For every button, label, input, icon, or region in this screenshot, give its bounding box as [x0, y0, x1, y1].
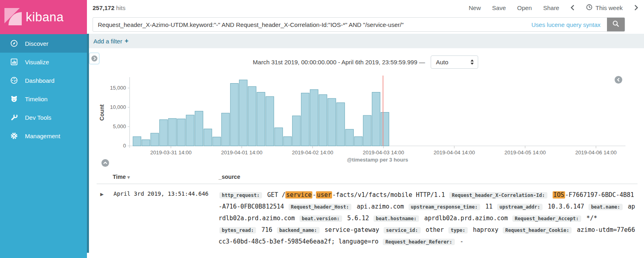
topbar-actions: NewSaveOpenShare This week	[469, 4, 638, 12]
open-button[interactable]: Open	[517, 4, 532, 11]
histogram-bar[interactable]	[239, 80, 247, 146]
y-tick-label: 0	[123, 143, 126, 149]
histogram-bar[interactable]	[168, 119, 176, 146]
histogram-bar[interactable]	[381, 112, 389, 146]
histogram-bar[interactable]	[142, 140, 150, 146]
field-name-tag: upstream_addr:	[497, 204, 543, 210]
lucene-syntax-link[interactable]: Uses lucene query syntax	[531, 21, 601, 28]
sidebar-item-timelion[interactable]: Timelion	[0, 90, 87, 108]
query-input[interactable]: Request_header_X-Azimo-UTDM.keyword:"-" …	[93, 17, 625, 32]
sidebar-item-visualize[interactable]: Visualize	[0, 53, 87, 71]
collapse-histogram-button[interactable]	[101, 159, 109, 167]
chevron-right-circle-icon	[91, 55, 97, 61]
share-button[interactable]: Share	[543, 4, 559, 11]
sidebar-item-label: Dashboard	[25, 77, 54, 84]
histogram-bar[interactable]	[363, 115, 371, 146]
field-name-tag: Request_header_Host:	[289, 204, 352, 210]
histogram-bar[interactable]	[328, 98, 336, 146]
histogram-bar[interactable]	[186, 115, 194, 146]
histogram-bar[interactable]	[266, 96, 274, 146]
new-button[interactable]: New	[469, 4, 481, 11]
column-header-source: _source	[219, 174, 240, 180]
search-button[interactable]	[607, 18, 625, 31]
wrench-icon	[10, 113, 18, 121]
histogram-bar[interactable]	[372, 92, 380, 146]
histogram-bar[interactable]	[336, 102, 345, 146]
x-tick-label: 2019-04-02 14:00	[292, 149, 333, 156]
histogram-chart[interactable]: 05,00010,00015,000Count2019-03-31 14:002…	[87, 72, 644, 164]
expand-row-caret[interactable]: ▶	[100, 192, 103, 197]
sidebar-item-label: Dev Tools	[25, 114, 52, 121]
histogram-bar[interactable]	[275, 128, 283, 146]
field-name-tag: upstream_response_time:	[409, 204, 480, 210]
dashboard-icon	[10, 76, 18, 84]
interval-select[interactable]: Auto	[431, 55, 478, 69]
field-name-tag: bytes_read:	[219, 227, 256, 233]
histogram-bar[interactable]	[248, 86, 256, 146]
add-filter-button[interactable]: Add a filter +	[93, 37, 128, 45]
y-tick-label: 10,000	[110, 104, 126, 110]
sidebar-item-dashboard[interactable]: Dashboard	[0, 71, 87, 90]
sidebar-item-dev-tools[interactable]: Dev Tools	[0, 108, 87, 127]
histogram-bar[interactable]	[177, 119, 185, 146]
field-value: other	[426, 226, 444, 233]
highlighted-term: IOS	[553, 191, 565, 199]
search-icon	[612, 20, 619, 29]
histogram-bar[interactable]	[221, 113, 229, 146]
sidebar-item-discover[interactable]: Discover	[0, 34, 87, 53]
timelion-icon	[10, 95, 18, 103]
histogram-bar[interactable]	[283, 137, 291, 146]
histogram-bar[interactable]	[301, 93, 309, 146]
histogram-bar[interactable]	[230, 83, 238, 146]
sidebar-item-management[interactable]: Management	[0, 127, 87, 145]
histogram-bar[interactable]	[345, 129, 353, 146]
x-tick-label: 2019-04-06 14:00	[575, 149, 617, 156]
histogram-bar[interactable]	[310, 90, 318, 146]
histogram-bar[interactable]	[354, 137, 362, 146]
kibana-logo[interactable]: kibana	[0, 0, 87, 34]
row-time-cell: April 3rd 2019, 13:51:44.646	[114, 190, 208, 197]
field-value: GET /	[267, 191, 285, 199]
field-name-tag: beat.hostname:	[374, 215, 419, 222]
histogram-bar[interactable]	[195, 111, 203, 146]
clock-icon	[586, 4, 592, 12]
time-picker-label: This week	[595, 4, 623, 11]
field-value: 5.6.12	[347, 215, 369, 222]
highlighted-term: service	[285, 191, 312, 199]
save-button[interactable]: Save	[492, 4, 506, 11]
time-picker-button[interactable]: This week	[586, 4, 623, 12]
field-value: -	[460, 238, 464, 245]
x-tick-label: 2019-04-01 14:00	[221, 149, 262, 156]
plus-icon: +	[125, 37, 128, 45]
x-axis-label: @timestamp per 3 hours	[347, 157, 408, 163]
histogram-bar[interactable]	[213, 137, 221, 146]
histogram-bar[interactable]	[319, 94, 327, 146]
y-tick-label: 5,000	[113, 123, 126, 129]
x-tick-label: 2019-04-03 14:00	[363, 149, 404, 156]
collapse-right-button[interactable]	[615, 76, 622, 84]
field-name-tag: beat.version:	[299, 215, 342, 222]
query-text[interactable]: Request_header_X-Azimo-UTDM.keyword:"-" …	[93, 21, 531, 28]
hits-count: 257,172 hits	[93, 4, 126, 11]
histogram-bar[interactable]	[204, 129, 212, 146]
histogram-bar[interactable]	[151, 133, 159, 146]
hits-label: hits	[114, 4, 126, 11]
sidebar-item-label: Discover	[25, 40, 48, 47]
chart-header: March 31st 2019, 00:00:00.000 - April 6t…	[87, 54, 644, 70]
time-range-back-button[interactable]	[570, 4, 575, 11]
field-value: aprdlb02a.prd.azimo.com	[424, 215, 508, 222]
field-name-tag: Request_header_Referer:	[383, 239, 454, 245]
hits-number: 257,172	[93, 4, 114, 11]
sidebar-item-label: Management	[25, 133, 60, 139]
histogram-bar[interactable]	[257, 92, 265, 146]
field-value: -	[312, 191, 316, 199]
field-name-tag: http_request:	[219, 192, 262, 199]
histogram-bar[interactable]	[292, 116, 300, 146]
field-value: api.azimo.com	[357, 203, 404, 210]
column-header-time[interactable]: Time▾	[113, 174, 130, 180]
time-range-forward-button[interactable]	[634, 4, 638, 11]
histogram-bar[interactable]	[133, 137, 141, 146]
histogram-bar[interactable]	[159, 120, 167, 146]
x-tick-label: 2019-03-31 14:00	[150, 149, 192, 156]
collapse-left-panel-button[interactable]	[89, 53, 99, 64]
